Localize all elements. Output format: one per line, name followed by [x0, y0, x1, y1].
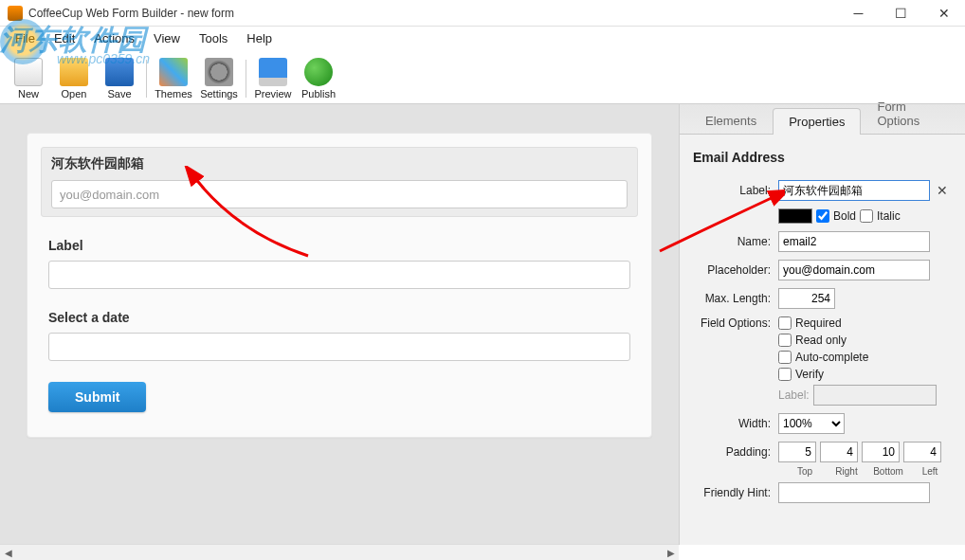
name-input[interactable] [778, 231, 930, 252]
menu-edit[interactable]: Edit [45, 29, 84, 47]
scroll-left-arrow[interactable]: ◀ [0, 545, 16, 561]
form-card: 河东软件园邮箱 Label Select a date Submit [27, 133, 652, 438]
horizontal-scrollbar[interactable]: ◀ ▶ [0, 544, 679, 560]
settings-icon [205, 58, 233, 86]
maxlength-label: Max. Length: [693, 292, 778, 305]
toolbar-separator [146, 60, 147, 98]
name-label: Name: [693, 235, 778, 248]
label-color-swatch[interactable] [778, 208, 812, 224]
label-input[interactable] [778, 180, 930, 201]
placeholder-input[interactable] [778, 260, 930, 280]
date-input[interactable] [48, 333, 630, 361]
minimize-button[interactable]: ─ [837, 0, 880, 27]
tab-elements[interactable]: Elements [689, 107, 773, 134]
menu-bar: File Edit Actions View Tools Help [0, 27, 965, 49]
label-label: Label: [693, 184, 778, 197]
title-bar: CoffeeCup Web Form Builder - new form ─ … [0, 0, 965, 27]
toolbar-preview-label: Preview [254, 88, 291, 99]
preview-icon [259, 58, 287, 86]
width-select[interactable]: 100% [778, 413, 845, 434]
properties-body: Email Address Label: ✕ Bold Italic Name: [680, 135, 965, 545]
properties-panel: Elements Properties Form Options Email A… [679, 104, 965, 545]
toolbar-save-label: Save [107, 88, 131, 99]
text-input[interactable] [48, 261, 630, 289]
toolbar-separator [246, 60, 246, 98]
padding-left-input[interactable] [903, 442, 941, 462]
clear-label-button[interactable]: ✕ [934, 180, 951, 201]
app-icon [8, 6, 23, 21]
menu-actions[interactable]: Actions [84, 29, 144, 47]
form-canvas[interactable]: 河东软件园邮箱 Label Select a date Submit [0, 104, 679, 545]
autocomplete-checkbox[interactable]: Auto-complete [778, 351, 868, 364]
email-label: 河东软件园邮箱 [51, 155, 628, 172]
padding-right-input[interactable] [820, 442, 858, 462]
italic-checkbox[interactable]: Italic [860, 209, 901, 223]
publish-icon [304, 58, 333, 86]
email-input[interactable] [51, 180, 628, 208]
field-text[interactable]: Label [48, 238, 630, 289]
toolbar-themes-label: Themes [155, 88, 192, 99]
close-button[interactable]: ✕ [922, 0, 965, 27]
maximize-button[interactable]: ☐ [880, 0, 922, 27]
toolbar-themes[interactable]: Themes [151, 58, 196, 99]
verify-label-label: Label: [778, 388, 810, 402]
toolbar-preview[interactable]: Preview [250, 58, 296, 99]
required-checkbox[interactable]: Required [778, 316, 842, 330]
tab-properties[interactable]: Properties [773, 108, 861, 135]
padding-sublabels: Top Right Bottom Left [786, 466, 952, 477]
toolbar-settings-label: Settings [200, 88, 238, 99]
padding-bottom-input[interactable] [862, 442, 900, 462]
bold-check[interactable] [816, 209, 829, 223]
field-date[interactable]: Select a date [48, 310, 630, 361]
toolbar-settings[interactable]: Settings [196, 58, 242, 99]
width-label: Width: [693, 417, 778, 430]
menu-file[interactable]: File [6, 29, 45, 47]
bold-checkbox[interactable]: Bold [816, 209, 856, 223]
field-email[interactable]: 河东软件园邮箱 [41, 147, 638, 217]
fieldoptions-label: Field Options: [693, 316, 778, 330]
readonly-checkbox[interactable]: Read only [778, 334, 847, 347]
menu-tools[interactable]: Tools [190, 29, 237, 47]
window-title: CoffeeCup Web Form Builder - new form [28, 7, 837, 20]
toolbar: New Open Save Themes Settings Preview Pu… [0, 49, 965, 104]
padding-top-input[interactable] [778, 442, 816, 462]
scroll-right-arrow[interactable]: ▶ [663, 545, 679, 561]
toolbar-new[interactable]: New [6, 58, 51, 99]
verify-label-input [813, 385, 937, 406]
maxlength-input[interactable] [778, 288, 835, 309]
toolbar-open[interactable]: Open [51, 58, 97, 99]
toolbar-publish[interactable]: Publish [296, 58, 341, 99]
panel-tabs: Elements Properties Form Options [680, 104, 965, 135]
save-icon [105, 58, 134, 86]
new-icon [14, 58, 43, 86]
themes-icon [159, 58, 188, 86]
properties-title: Email Address [693, 150, 952, 165]
text-label: Label [48, 238, 630, 253]
submit-button[interactable]: Submit [48, 382, 146, 412]
menu-view[interactable]: View [144, 29, 190, 47]
placeholder-label: Placeholder: [693, 263, 778, 277]
padding-label: Padding: [693, 445, 778, 459]
toolbar-new-label: New [18, 88, 39, 99]
toolbar-save[interactable]: Save [97, 58, 142, 99]
italic-check[interactable] [860, 209, 873, 223]
verify-checkbox[interactable]: Verify [778, 368, 824, 381]
menu-help[interactable]: Help [237, 29, 282, 47]
toolbar-open-label: Open [62, 88, 87, 99]
open-icon [60, 58, 88, 86]
toolbar-publish-label: Publish [301, 88, 336, 99]
friendlyhint-label: Friendly Hint: [693, 486, 778, 499]
friendlyhint-input[interactable] [778, 482, 930, 503]
date-label: Select a date [48, 310, 630, 325]
